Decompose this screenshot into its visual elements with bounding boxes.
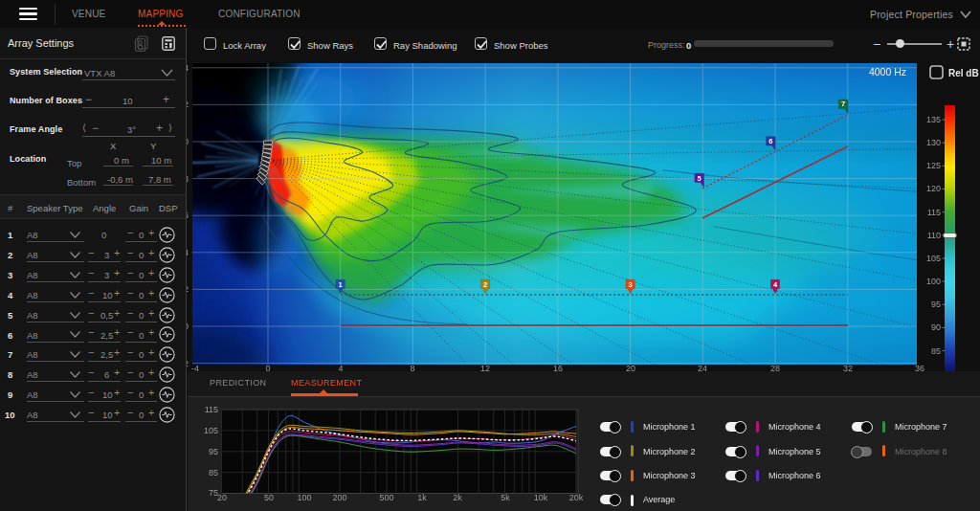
svg-text:6: 6 xyxy=(768,137,772,145)
svg-text:1k: 1k xyxy=(417,493,427,502)
svg-text:Rel dB: Rel dB xyxy=(948,68,979,78)
svg-text:95: 95 xyxy=(209,447,218,456)
svg-text:8: 8 xyxy=(187,174,189,184)
svg-text:-2: -2 xyxy=(187,359,189,368)
svg-text:3: 3 xyxy=(629,280,633,289)
svg-text:105: 105 xyxy=(926,254,941,263)
svg-text:10k: 10k xyxy=(534,493,548,502)
svg-text:500: 500 xyxy=(379,493,393,502)
svg-text:1: 1 xyxy=(339,280,343,289)
svg-text:0: 0 xyxy=(187,322,189,331)
svg-text:135: 135 xyxy=(926,115,941,124)
svg-text:12: 12 xyxy=(187,100,189,109)
svg-text:7: 7 xyxy=(841,100,845,108)
svg-text:200: 200 xyxy=(332,493,346,502)
svg-text:115: 115 xyxy=(927,208,941,217)
svg-text:110: 110 xyxy=(927,231,941,240)
svg-text:120: 120 xyxy=(926,184,941,193)
svg-text:2: 2 xyxy=(483,280,487,289)
svg-text:90: 90 xyxy=(931,322,941,332)
svg-text:5k: 5k xyxy=(501,493,510,502)
svg-text:20k: 20k xyxy=(569,493,584,502)
svg-text:130: 130 xyxy=(926,138,941,147)
svg-text:2: 2 xyxy=(187,284,189,294)
svg-text:10: 10 xyxy=(187,137,189,146)
svg-text:50: 50 xyxy=(264,493,274,502)
svg-text:2k: 2k xyxy=(453,493,462,502)
svg-text:100: 100 xyxy=(297,493,311,502)
svg-text:105: 105 xyxy=(204,426,218,435)
svg-text:4: 4 xyxy=(187,248,189,257)
svg-text:85: 85 xyxy=(931,346,941,356)
svg-text:125: 125 xyxy=(926,161,941,170)
svg-text:4000 Hz: 4000 Hz xyxy=(869,66,906,78)
svg-text:14: 14 xyxy=(187,63,189,73)
svg-text:5: 5 xyxy=(698,174,702,183)
svg-text:100: 100 xyxy=(926,277,941,286)
svg-text:115: 115 xyxy=(205,405,218,414)
svg-text:85: 85 xyxy=(209,468,218,478)
svg-text:95: 95 xyxy=(931,300,941,309)
svg-text:6: 6 xyxy=(187,211,189,220)
svg-text:20: 20 xyxy=(217,493,227,502)
